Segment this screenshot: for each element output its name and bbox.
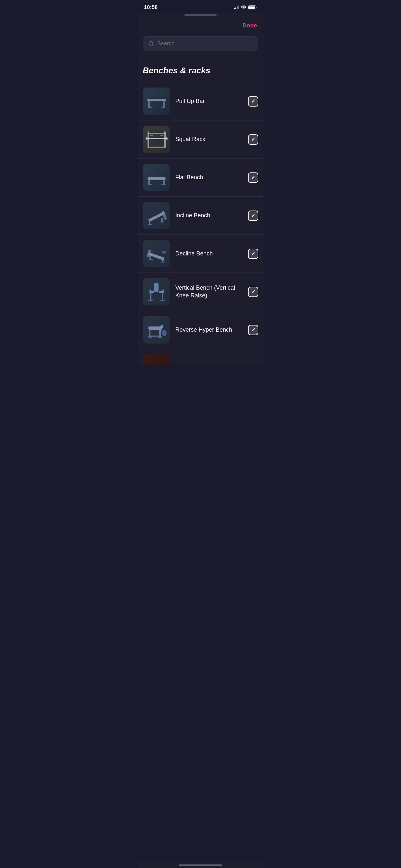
svg-rect-19: [148, 184, 152, 185]
list-item-partial: [137, 349, 264, 365]
done-button[interactable]: Done: [243, 22, 257, 29]
section-title: Benches & racks: [143, 66, 211, 75]
list-item[interactable]: Pull Up Bar ✓: [137, 82, 264, 120]
svg-rect-42: [162, 289, 164, 293]
svg-rect-2: [147, 99, 166, 101]
header: Done: [137, 19, 264, 33]
equipment-image: [143, 278, 170, 306]
equipment-image: [143, 126, 170, 153]
svg-rect-31: [149, 259, 153, 260]
equipment-name: Flat Bench: [175, 174, 243, 181]
list-item[interactable]: Vertical Bench (Vertical Knee Raise) ✓: [137, 273, 264, 311]
equipment-name: Reverse Hyper Bench: [175, 326, 243, 334]
svg-rect-5: [148, 106, 152, 108]
svg-rect-10: [148, 147, 166, 148]
equipment-name: Vertical Bench (Vertical Knee Raise): [175, 284, 243, 299]
list-item[interactable]: Flat Bench ✓: [137, 159, 264, 197]
list-item[interactable]: Incline Bench ✓: [137, 197, 264, 235]
wifi-icon: [241, 5, 246, 9]
search-input[interactable]: [157, 40, 253, 47]
checkmark-icon: ✓: [251, 99, 255, 104]
svg-rect-37: [150, 292, 151, 301]
checkmark-icon: ✓: [251, 175, 255, 180]
pull-up-bar-checkbox[interactable]: ✓: [248, 96, 258, 106]
svg-rect-48: [158, 337, 162, 338]
battery-icon: [248, 5, 257, 9]
svg-rect-40: [160, 300, 165, 301]
equipment-name: Incline Bench: [175, 212, 243, 219]
svg-rect-9: [148, 133, 166, 134]
checkmark-icon: ✓: [251, 213, 255, 218]
svg-point-51: [162, 330, 166, 336]
svg-rect-43: [148, 327, 162, 330]
svg-rect-12: [146, 137, 148, 140]
svg-point-50: [160, 325, 163, 328]
checkmark-icon: ✓: [251, 251, 255, 256]
reverse-hyper-bench-checkbox[interactable]: ✓: [248, 325, 258, 335]
signal-icon: [234, 5, 240, 9]
svg-line-1: [152, 44, 153, 45]
list-item[interactable]: Decline Bench ✓: [137, 235, 264, 273]
svg-rect-26: [160, 221, 164, 222]
svg-rect-11: [146, 138, 167, 139]
list-item[interactable]: Reverse Hyper Bench ✓: [137, 311, 264, 349]
squat-rack-checkbox[interactable]: ✓: [248, 134, 258, 145]
divider: [143, 79, 258, 79]
search-bar[interactable]: [143, 36, 258, 51]
equipment-image: [143, 316, 170, 344]
checkmark-icon: ✓: [251, 328, 255, 333]
svg-rect-39: [148, 300, 153, 301]
svg-rect-32: [161, 261, 165, 262]
search-icon: [148, 41, 154, 46]
section-header: Benches & racks: [137, 56, 264, 82]
flat-bench-checkbox[interactable]: ✓: [248, 173, 258, 183]
svg-rect-15: [160, 135, 163, 136]
svg-rect-6: [161, 106, 165, 108]
checkmark-icon: ✓: [251, 137, 255, 142]
svg-rect-33: [162, 251, 166, 253]
incline-bench-checkbox[interactable]: ✓: [248, 211, 258, 221]
svg-rect-14: [150, 135, 153, 136]
equipment-image: [143, 202, 170, 229]
search-container: [137, 33, 264, 56]
equipment-image: [143, 164, 170, 191]
equipment-image: [143, 354, 170, 365]
svg-rect-34: [154, 283, 158, 292]
decline-bench-checkbox[interactable]: ✓: [248, 249, 258, 259]
drag-handle: [184, 14, 217, 16]
svg-rect-25: [148, 224, 152, 225]
svg-rect-38: [162, 292, 163, 301]
vertical-bench-checkbox[interactable]: ✓: [248, 287, 258, 297]
checkmark-icon: ✓: [251, 289, 255, 294]
equipment-image: [143, 88, 170, 115]
equipment-name: Decline Bench: [175, 250, 243, 257]
svg-rect-13: [166, 137, 167, 140]
status-icons: [234, 5, 257, 9]
equipment-name: Pull Up Bar: [175, 97, 243, 105]
svg-rect-47: [148, 337, 152, 338]
status-bar: 10:58: [137, 0, 264, 13]
drag-handle-bar: [137, 13, 264, 19]
status-time: 10:58: [144, 4, 158, 10]
equipment-image: [143, 240, 170, 268]
svg-rect-41: [150, 289, 151, 293]
list-item[interactable]: Squat Rack ✓: [137, 120, 264, 159]
equipment-list: Pull Up Bar ✓ Squat Rack ✓: [137, 82, 264, 365]
svg-rect-16: [148, 177, 166, 180]
equipment-name: Squat Rack: [175, 135, 243, 143]
svg-rect-20: [161, 184, 166, 185]
